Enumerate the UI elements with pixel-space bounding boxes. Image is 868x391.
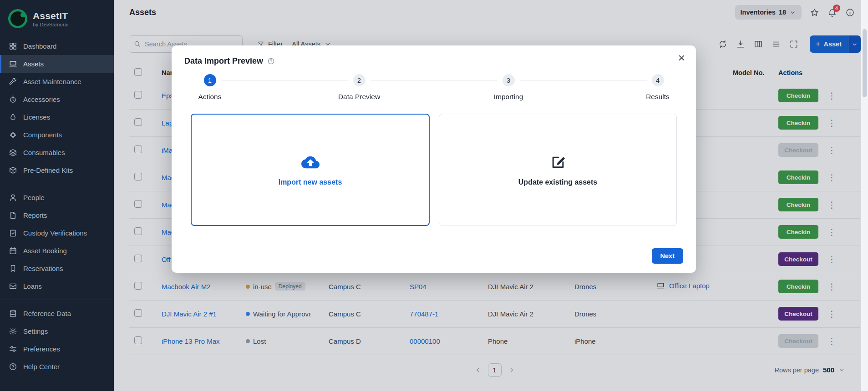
step-label: Results <box>646 93 670 101</box>
step-number: 3 <box>503 74 515 86</box>
step-number: 4 <box>652 74 664 86</box>
step-actions: 1Actions <box>180 74 239 101</box>
stepper: 1Actions2Data Preview3Importing4Results <box>172 74 696 101</box>
modal-title: Data Import Preview <box>184 56 263 66</box>
import-options: Import new assetsUpdate existing assets <box>191 114 677 226</box>
step-data-preview: 2Data Preview <box>330 74 389 101</box>
step-number: 2 <box>353 74 365 86</box>
close-icon[interactable]: × <box>678 52 685 64</box>
step-results: 4Results <box>628 74 687 101</box>
import-new-assets-card[interactable]: Import new assets <box>191 114 430 226</box>
update-existing-assets-card[interactable]: Update existing assets <box>439 114 677 226</box>
scrollbar-thumb[interactable] <box>863 29 867 97</box>
scrollbar-track[interactable] <box>861 0 868 391</box>
step-importing: 3Importing <box>479 74 538 101</box>
step-label: Data Preview <box>338 93 380 101</box>
help-circle-icon[interactable] <box>267 57 275 65</box>
edit-icon <box>547 153 569 171</box>
next-button[interactable]: Next <box>652 248 683 264</box>
data-import-modal: Data Import Preview × 1Actions2Data Prev… <box>172 45 696 273</box>
cloud-upload-icon <box>299 153 321 171</box>
step-label: Actions <box>198 93 222 101</box>
step-number: 1 <box>204 74 216 86</box>
step-label: Importing <box>494 93 523 101</box>
